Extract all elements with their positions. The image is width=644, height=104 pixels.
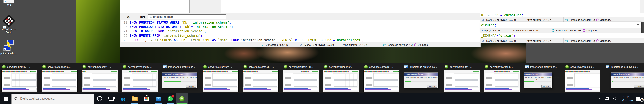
window-thumbnail[interactable] bbox=[82, 70, 118, 92]
mini-green-button bbox=[473, 71, 479, 72]
taskbar-preview-item[interactable]: HSserverjpa\haroldolo... bbox=[564, 64, 604, 92]
mini-database-tree bbox=[244, 73, 253, 87]
start-button[interactable] bbox=[0, 94, 12, 104]
mini-sql-log bbox=[82, 88, 117, 91]
taskbar-preview-item[interactable]: HSserverjpa\cicuto\ - ... bbox=[444, 64, 483, 92]
mini-sql-log bbox=[123, 88, 158, 91]
taskbar-search[interactable] bbox=[12, 94, 94, 104]
chevron-down-icon[interactable] bbox=[637, 24, 639, 26]
heidisql-icon: HS bbox=[284, 65, 288, 69]
sql-token: `information_schema` bbox=[162, 33, 200, 38]
dialog-progress-text: Posição no arquivo: 168,8 MiB / 953,7 Mi… bbox=[405, 77, 437, 78]
taskbar-preview-item[interactable]: HSserverjpa\carbolub\ ... bbox=[484, 64, 523, 92]
mini-green-button bbox=[30, 71, 36, 72]
window-thumbnail[interactable]: Processando consulta #619.Posição no arq… bbox=[404, 70, 440, 92]
status-segment: MariaDB or MySQL 5.7.29 bbox=[480, 17, 525, 22]
filter-input[interactable] bbox=[148, 14, 226, 19]
action-center-button[interactable]: 2 bbox=[635, 94, 644, 104]
taskbar-preview-item[interactable]: HSserverjpa\crispetrol\... bbox=[323, 64, 362, 92]
edge-button[interactable]: e bbox=[117, 94, 129, 104]
taskbar-preview-item[interactable]: HSserverjpa\unifila\ - ... bbox=[1, 64, 40, 92]
scrollbar[interactable] bbox=[640, 0, 644, 13]
cortana-button[interactable] bbox=[94, 94, 106, 104]
store-button[interactable] bbox=[141, 94, 152, 104]
desktop-icon-megajogos[interactable]: ↗ MegaJogos - Copia bbox=[0, 15, 18, 34]
file-explorer-button[interactable] bbox=[129, 94, 141, 104]
network-icon bbox=[604, 97, 609, 101]
mini-database-tree bbox=[83, 73, 92, 87]
heidisql-taskbar-button[interactable]: HS bbox=[176, 94, 188, 104]
code-line[interactable]: 20SHOW PROCEDURE STATUS WHERE `Db`='info… bbox=[120, 25, 480, 29]
window-thumbnail[interactable] bbox=[364, 70, 400, 92]
code-line[interactable]: 22SHOW EVENTS FROM `information_schema`; bbox=[120, 33, 480, 38]
mini-database-tree bbox=[204, 73, 213, 87]
taskbar-preview-item[interactable]: HSserverjpa\dricar\ - H... bbox=[283, 64, 322, 92]
sql-editor[interactable]: 19SHOW FUNCTION STATUS WHERE `Db`='infor… bbox=[120, 20, 480, 42]
resize-grip[interactable] bbox=[639, 30, 641, 32]
code-line[interactable]: 21SHOW TRIGGERS FROM `information_schema… bbox=[120, 29, 480, 33]
mini-data-grid bbox=[52, 73, 77, 87]
taskbar-preview-item[interactable]: Importando arquivo ba...Processando cons… bbox=[524, 64, 563, 92]
mini-data-grid bbox=[333, 73, 358, 87]
taskbar-preview-item[interactable]: HSserverjpa\peaton\ - ... bbox=[82, 64, 121, 92]
line-number: 23 bbox=[120, 38, 130, 42]
taskbar-preview-item[interactable]: HSserverjpa\locafacil\ - ... bbox=[243, 64, 282, 92]
taskbar-preview-item[interactable]: Importando arquivo ba...Processando cons… bbox=[605, 64, 644, 92]
preview-title: serverjpa\cordeiro\ ... bbox=[369, 66, 393, 68]
taskbar-preview-item[interactable]: Importando arquivo ba...Processando cons… bbox=[404, 64, 442, 92]
window-thumbnail[interactable]: Processando consulta #749.Posição no arq… bbox=[524, 70, 560, 92]
search-input[interactable] bbox=[20, 97, 91, 101]
mail-button[interactable] bbox=[152, 94, 164, 104]
window-thumbnail[interactable]: Processando consulta #1.537.Posição no a… bbox=[162, 70, 198, 92]
code-line[interactable]: 23SELECT *, EVENT_SCHEMA AS `Db`, EVENT_… bbox=[120, 38, 480, 42]
tray-clock[interactable]: 15:21 25/03/2020 bbox=[618, 94, 635, 104]
window-thumbnail[interactable] bbox=[323, 70, 359, 92]
desktop-icon-putty[interactable]: ↗ putty - Atalho... bbox=[0, 39, 18, 55]
window-thumbnail[interactable] bbox=[122, 70, 158, 92]
progress-dialog: Processando consulta #749.Posição no arq… bbox=[524, 72, 552, 89]
desktop: ↗ Itaú ↗ MegaJogos - Copia ↗ putty - Ata… bbox=[0, 0, 644, 104]
mini-green-button bbox=[392, 71, 398, 72]
preview-title: serverjpa\cicuto\ - ... bbox=[450, 66, 472, 68]
close-filter-icon[interactable]: ✕ bbox=[127, 15, 130, 19]
cancel-button[interactable]: Cancelar bbox=[634, 85, 644, 88]
window-thumbnail[interactable]: Processando consulta #34.Posição no arqu… bbox=[605, 70, 644, 92]
window-thumbnail[interactable] bbox=[564, 70, 600, 92]
desktop-icon-itau[interactable]: ↗ Itaú bbox=[0, 0, 18, 6]
line-number: 21 bbox=[120, 29, 130, 33]
status-text: Conectado: 00:01 h bbox=[266, 43, 288, 46]
taskbar-preview-item[interactable]: HSserverjpa\toppetro\ ... bbox=[42, 64, 81, 92]
status-text: MariaDB or MySQL 5.7.29 bbox=[486, 39, 516, 42]
task-view-button[interactable] bbox=[106, 94, 117, 104]
code-line[interactable]: 19SHOW FUNCTION STATUS WHERE `Db`='infor… bbox=[120, 20, 480, 25]
cancel-button[interactable]: Cancelar bbox=[427, 85, 437, 88]
network-button[interactable] bbox=[603, 94, 611, 104]
window-thumbnail[interactable] bbox=[484, 70, 520, 92]
mini-sql-log bbox=[485, 88, 519, 91]
window-thumbnail[interactable] bbox=[243, 70, 279, 92]
preview-title: Importando arquivo ba... bbox=[410, 66, 437, 68]
window-thumbnail[interactable] bbox=[202, 70, 238, 92]
cancel-button[interactable]: Cancelar bbox=[186, 85, 196, 88]
window-thumbnail[interactable] bbox=[1, 70, 37, 92]
volume-button[interactable] bbox=[611, 94, 618, 104]
taskbar-preview-item[interactable]: HSserverjpa\cordeiro\ ... bbox=[364, 64, 402, 92]
taskbar-preview-item[interactable]: HSserverjpa\maringa\ ... bbox=[122, 64, 161, 92]
heidisql-mini-window bbox=[42, 70, 78, 92]
window-thumbnail[interactable] bbox=[283, 70, 319, 92]
tray-chevron-button[interactable] bbox=[597, 94, 603, 104]
window-thumbnail[interactable] bbox=[444, 70, 480, 92]
taskbar-preview-item[interactable]: HSserverjpa\lubrivan\ -... bbox=[202, 64, 242, 92]
whatsapp-button[interactable]: 2 bbox=[164, 94, 176, 104]
sql-token: ; bbox=[200, 33, 202, 38]
status-segment: MariaDB or MySQL 5.7.29 bbox=[298, 42, 341, 47]
window-thumbnail[interactable] bbox=[42, 70, 78, 92]
action-center-badge: 2 bbox=[640, 98, 644, 102]
taskbar-preview-item[interactable]: Importando arquivo ba...Processando cons… bbox=[162, 64, 201, 92]
dialog-progress-text: Posição no arquivo: 170,9 MiB / 372,5 Mi… bbox=[524, 77, 551, 78]
mini-green-button bbox=[312, 71, 318, 72]
mini-database-tree bbox=[485, 73, 494, 87]
cancel-button[interactable]: Cancelar bbox=[541, 85, 551, 88]
mini-data-grid bbox=[253, 73, 278, 87]
shortcut-arrow-icon: ↗ bbox=[3, 0, 6, 3]
